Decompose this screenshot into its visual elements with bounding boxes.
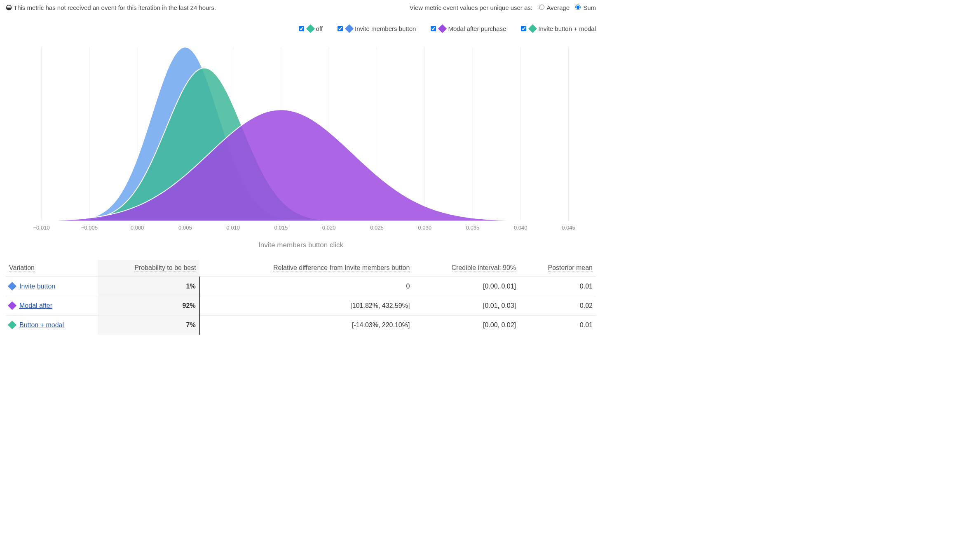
col-header-post-mean: Posterior mean <box>519 260 596 277</box>
legend-label: Invite members button <box>355 25 416 32</box>
cell-post-mean: 0.02 <box>519 296 596 315</box>
svg-text:−0.005: −0.005 <box>81 225 98 231</box>
legend-item-invite-members-button[interactable]: Invite members button <box>338 25 416 32</box>
legend-item-modal-after-purchase[interactable]: Modal after purchase <box>431 25 506 32</box>
view-as-radio-sum[interactable] <box>575 5 581 10</box>
cell-prob-best: 92% <box>98 296 199 315</box>
cell-prob-best: 1% <box>98 277 199 296</box>
half-circle-icon <box>6 5 12 11</box>
cell-rel-diff: [-14.03%, 220.10%] <box>199 315 413 335</box>
svg-text:0.045: 0.045 <box>562 225 575 231</box>
view-as-option-sum-label: Sum <box>583 4 596 11</box>
legend-checkbox-invite-button-modal[interactable] <box>521 26 526 31</box>
diamond-icon <box>8 282 16 291</box>
legend-checkbox-invite-members-button[interactable] <box>338 26 343 31</box>
col-header-prob-best-label: Probability to be best <box>134 264 196 272</box>
svg-text:0.015: 0.015 <box>274 225 288 231</box>
view-as-label: View metric event values per unique user… <box>410 4 532 11</box>
diamond-icon <box>438 24 447 33</box>
svg-text:0.005: 0.005 <box>178 225 192 231</box>
svg-text:0.035: 0.035 <box>466 225 480 231</box>
cell-rel-diff: 0 <box>199 277 413 296</box>
legend-label: off <box>316 25 323 32</box>
cell-prob-best: 7% <box>98 315 199 335</box>
diamond-icon <box>8 321 16 329</box>
cell-variation: Modal after <box>6 296 98 315</box>
diamond-icon <box>528 24 537 33</box>
col-header-cred-int: Credible interval: 90% <box>413 260 519 277</box>
cell-cred-int: [0.00, 0.02] <box>413 315 519 335</box>
col-header-rel-diff-label: Relative difference from Invite members … <box>273 264 410 272</box>
results-table: Variation Probability to be best Relativ… <box>6 260 596 335</box>
legend-checkbox-modal-after-purchase[interactable] <box>431 26 436 31</box>
diamond-icon <box>306 24 314 33</box>
view-as-toggle: View metric event values per unique user… <box>410 4 596 11</box>
col-header-variation: Variation <box>6 260 98 277</box>
cell-post-mean: 0.01 <box>519 315 596 335</box>
cell-cred-int: [0.00, 0.01] <box>413 277 519 296</box>
chart-legend: off Invite members button Modal after pu… <box>6 25 596 32</box>
col-header-cred-int-label: Credible interval: 90% <box>452 264 516 272</box>
variation-link[interactable]: Button + modal <box>19 321 64 329</box>
metric-stale-warning-text: This metric has not received an event fo… <box>14 4 216 11</box>
svg-text:0.020: 0.020 <box>322 225 336 231</box>
view-as-option-average[interactable]: Average <box>536 4 570 11</box>
cell-variation: Button + modal <box>6 315 98 335</box>
svg-text:0.025: 0.025 <box>370 225 384 231</box>
col-header-rel-diff: Relative difference from Invite members … <box>199 260 413 277</box>
cell-variation: Invite button <box>6 277 98 296</box>
variation-link[interactable]: Modal after <box>19 302 52 310</box>
col-header-post-mean-label: Posterior mean <box>548 264 593 272</box>
legend-label: Modal after purchase <box>448 25 506 32</box>
view-as-option-sum[interactable]: Sum <box>572 4 596 11</box>
legend-item-off[interactable]: off <box>299 25 323 32</box>
cell-post-mean: 0.01 <box>519 277 596 296</box>
variation-link[interactable]: Invite button <box>19 283 55 290</box>
svg-text:−0.010: −0.010 <box>33 225 50 231</box>
chart-x-axis-label: Invite members button click <box>6 241 596 249</box>
cell-cred-int: [0.01, 0.03] <box>413 296 519 315</box>
table-row: Button + modal7%[-14.03%, 220.10%][0.00,… <box>6 315 596 335</box>
legend-checkbox-off[interactable] <box>299 26 304 31</box>
posterior-chart: −0.010−0.0050.0000.0050.0100.0150.0200.0… <box>6 43 596 249</box>
view-as-radio-average[interactable] <box>539 5 544 10</box>
table-row: Modal after92%[101.82%, 432.59%][0.01, 0… <box>6 296 596 315</box>
svg-text:0.010: 0.010 <box>226 225 240 231</box>
table-row: Invite button1%0[0.00, 0.01]0.01 <box>6 277 596 296</box>
metric-stale-warning: This metric has not received an event fo… <box>6 4 216 11</box>
posterior-chart-svg: −0.010−0.0050.0000.0050.0100.0150.0200.0… <box>6 43 596 237</box>
svg-text:0.040: 0.040 <box>514 225 528 231</box>
svg-text:0.000: 0.000 <box>131 225 144 231</box>
cell-rel-diff: [101.82%, 432.59%] <box>199 296 413 315</box>
svg-text:0.030: 0.030 <box>418 225 431 231</box>
col-header-prob-best: Probability to be best <box>98 260 199 277</box>
legend-label: Invite button + modal <box>538 25 596 32</box>
col-header-variation-label: Variation <box>9 264 35 272</box>
diamond-icon <box>8 301 16 310</box>
view-as-option-average-label: Average <box>546 4 570 11</box>
diamond-icon <box>345 24 354 33</box>
legend-item-invite-button-modal[interactable]: Invite button + modal <box>521 25 596 32</box>
